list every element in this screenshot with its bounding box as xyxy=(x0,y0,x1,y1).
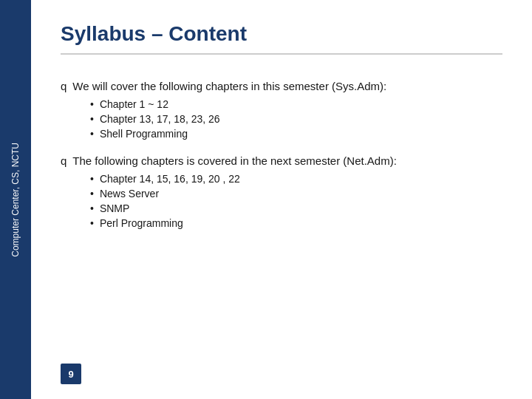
sidebar: Computer Center, CS, NCTU xyxy=(0,0,31,399)
section-2: q The following chapters is covered in t… xyxy=(61,154,502,232)
list-item-text: SNMP xyxy=(100,202,129,214)
section-2-text: The following chapters is covered in the… xyxy=(72,154,397,167)
list-item-text: News Server xyxy=(100,188,159,200)
list-item-text: Chapter 1 ~ 12 xyxy=(100,98,168,110)
page-title: Syllabus – Content xyxy=(61,22,502,55)
list-item: News Server xyxy=(90,188,502,200)
list-item-text: Chapter 14, 15, 16, 19, 20 , 22 xyxy=(100,173,240,185)
section-1: q We will cover the following chapters i… xyxy=(61,80,502,143)
page-number: 9 xyxy=(61,364,81,384)
section-2-list: Chapter 14, 15, 16, 19, 20 , 22 News Ser… xyxy=(61,173,502,229)
list-item: Shell Programming xyxy=(90,128,502,140)
list-item-text: Shell Programming xyxy=(100,128,188,140)
section-1-bullet: q xyxy=(61,80,66,92)
section-1-text: We will cover the following chapters in … xyxy=(72,80,386,92)
list-item: Perl Programming xyxy=(90,217,502,229)
section-2-header: q The following chapters is covered in t… xyxy=(61,154,502,167)
sidebar-label: Computer Center, CS, NCTU xyxy=(10,143,22,257)
section-1-list: Chapter 1 ~ 12 Chapter 13, 17, 18, 23, 2… xyxy=(61,98,502,140)
list-item: Chapter 13, 17, 18, 23, 26 xyxy=(90,113,502,125)
list-item-text: Perl Programming xyxy=(100,217,183,229)
list-item: SNMP xyxy=(90,202,502,214)
main-content: Syllabus – Content q We will cover the f… xyxy=(31,0,532,399)
list-item: Chapter 1 ~ 12 xyxy=(90,98,502,110)
footer: 9 xyxy=(61,364,502,384)
section-2-bullet: q xyxy=(61,154,66,167)
section-1-header: q We will cover the following chapters i… xyxy=(61,80,502,92)
list-item-text: Chapter 13, 17, 18, 23, 26 xyxy=(100,113,220,125)
list-item: Chapter 14, 15, 16, 19, 20 , 22 xyxy=(90,173,502,185)
